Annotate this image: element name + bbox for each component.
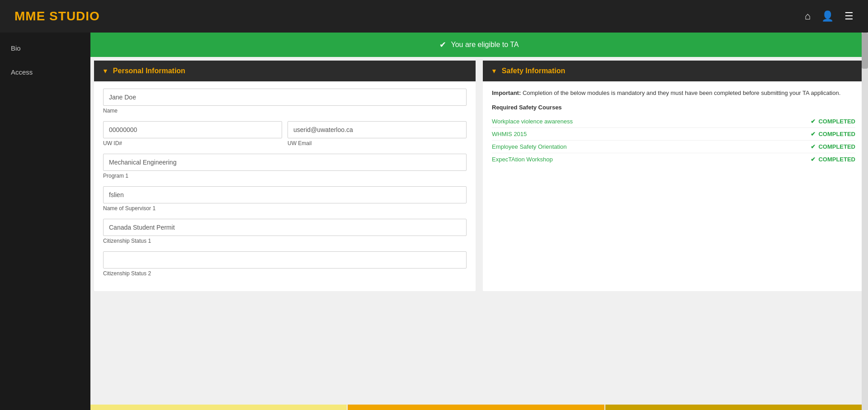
program1-label: Program 1 — [103, 173, 467, 179]
check-icon: ✔ — [811, 131, 816, 137]
citizenship1-field-group: Citizenship Status 1 — [103, 219, 467, 244]
course-row: Workplace violence awareness ✔ COMPLETED — [492, 115, 855, 128]
course-name: WHMIS 2015 — [492, 131, 527, 137]
uw-email-field-group: UW Email — [288, 121, 467, 146]
course-row: WHMIS 2015 ✔ COMPLETED — [492, 128, 855, 141]
sidebar: Bio Access — [0, 33, 90, 410]
supervisor1-label: Name of Supervisor 1 — [103, 205, 467, 212]
scrollbar-thumb[interactable] — [862, 33, 868, 69]
course-status: ✔ COMPLETED — [811, 131, 855, 137]
safety-info-description: Important: Completion of the below modul… — [492, 89, 855, 98]
course-row: ExpecTAtion Workshop ✔ COMPLETED — [492, 153, 855, 165]
bottom-scroll-left[interactable] — [90, 405, 347, 410]
program1-field-group: Program 1 — [103, 154, 467, 179]
personal-info-title: Personal Information — [113, 67, 185, 75]
bottom-scrollbars — [90, 405, 862, 410]
check-icon: ✔ — [811, 143, 816, 150]
course-status: ✔ COMPLETED — [811, 118, 855, 125]
course-status-text: COMPLETED — [818, 156, 855, 163]
personal-info-arrow-icon: ▼ — [102, 67, 108, 75]
citizenship2-label: Citizenship Status 2 — [103, 270, 467, 277]
course-status: ✔ COMPLETED — [811, 156, 855, 163]
uw-id-input[interactable] — [103, 121, 282, 138]
safety-info-header: ▼ Safety Information — [483, 61, 864, 81]
citizenship2-input[interactable] — [103, 251, 467, 269]
citizenship1-input[interactable] — [103, 219, 467, 236]
id-email-row: UW ID# UW Email — [103, 121, 467, 146]
required-courses-title: Required Safety Courses — [492, 104, 855, 111]
safety-info-arrow-icon: ▼ — [491, 67, 497, 75]
uw-email-label: UW Email — [288, 140, 467, 146]
program1-input[interactable] — [103, 154, 467, 171]
safety-info-title: Safety Information — [502, 67, 565, 75]
main-layout: Bio Access ✔ You are eligible to TA ▼ Pe… — [0, 33, 868, 410]
scrollbar[interactable] — [862, 33, 868, 410]
eligibility-banner: ✔ You are eligible to TA — [90, 33, 868, 57]
course-status-text: COMPLETED — [818, 143, 855, 150]
courses-list: Workplace violence awareness ✔ COMPLETED… — [492, 115, 855, 165]
sidebar-item-access[interactable]: Access — [0, 60, 90, 84]
menu-icon[interactable]: ☰ — [844, 10, 854, 22]
course-name: ExpecTAtion Workshop — [492, 156, 553, 163]
uw-id-label: UW ID# — [103, 140, 282, 146]
header-icons: ⌂ 👤 ☰ — [805, 10, 854, 22]
course-row: Employee Safety Orientation ✔ COMPLETED — [492, 141, 855, 153]
safety-info-panel: ▼ Safety Information Important: Completi… — [483, 61, 864, 291]
name-field-group: Name — [103, 89, 467, 114]
app-title: MME STUDIO — [14, 9, 100, 24]
eligibility-text: You are eligible to TA — [451, 41, 519, 49]
personal-info-header: ▼ Personal Information — [94, 61, 476, 81]
header: MME STUDIO ⌂ 👤 ☰ — [0, 0, 868, 33]
name-label: Name — [103, 108, 467, 114]
check-icon: ✔ — [811, 156, 816, 163]
bottom-scroll-right[interactable] — [605, 405, 862, 410]
bottom-scroll-mid[interactable] — [348, 405, 604, 410]
safety-info-body: Important: Completion of the below modul… — [483, 81, 864, 173]
course-name: Employee Safety Orientation — [492, 143, 566, 150]
course-status: ✔ COMPLETED — [811, 143, 855, 150]
content-area: ✔ You are eligible to TA ▼ Personal Info… — [90, 33, 868, 410]
personal-info-panel: ▼ Personal Information Name UW ID# — [94, 61, 476, 291]
citizenship2-field-group: Citizenship Status 2 — [103, 251, 467, 277]
citizenship1-label: Citizenship Status 1 — [103, 238, 467, 244]
home-icon[interactable]: ⌂ — [805, 10, 811, 22]
name-input[interactable] — [103, 89, 467, 106]
course-name: Workplace violence awareness — [492, 118, 573, 125]
user-icon[interactable]: 👤 — [821, 10, 834, 22]
supervisor1-field-group: Name of Supervisor 1 — [103, 186, 467, 212]
personal-info-body: Name UW ID# UW Email — [94, 81, 476, 291]
supervisor1-input[interactable] — [103, 186, 467, 203]
course-status-text: COMPLETED — [818, 131, 855, 137]
course-status-text: COMPLETED — [818, 118, 855, 125]
uw-email-input[interactable] — [288, 121, 467, 138]
check-icon: ✔ — [439, 40, 446, 50]
sidebar-item-bio[interactable]: Bio — [0, 36, 90, 60]
check-icon: ✔ — [811, 118, 816, 125]
uw-id-field-group: UW ID# — [103, 121, 282, 146]
panels: ▼ Personal Information Name UW ID# — [90, 57, 868, 295]
